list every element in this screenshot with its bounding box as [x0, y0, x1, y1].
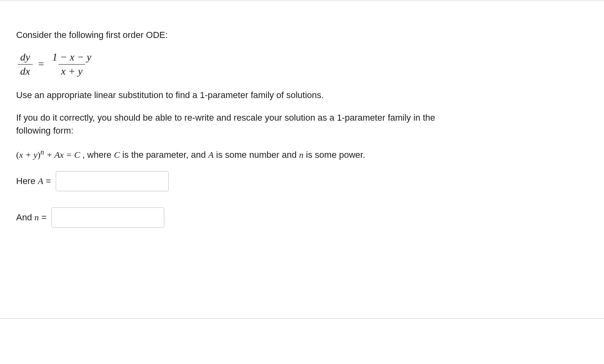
- answer-A-label: Here A =: [16, 176, 51, 186]
- sol-desc-after-C: is the parameter, and: [120, 150, 208, 160]
- sol-desc-after-A: is some number and: [214, 150, 299, 160]
- answer-n-input[interactable]: [51, 207, 164, 228]
- equals-sign: =: [38, 58, 44, 70]
- sol-var-C: C: [114, 150, 120, 160]
- ode-lhs-denominator: dx: [18, 64, 33, 77]
- sol-desc-end: is some power.: [304, 150, 365, 160]
- ode-lhs-fraction: dy dx: [18, 51, 33, 77]
- instruction-1: Use an appropriate linear substitution t…: [16, 89, 468, 102]
- answer-A-var: A: [38, 176, 43, 186]
- sol-var-n: n: [299, 150, 304, 160]
- answer-A-post: =: [43, 176, 51, 186]
- intro-text: Consider the following first order ODE:: [16, 29, 468, 42]
- answer-row-A: Here A =: [16, 171, 468, 191]
- ode-rhs-denominator: x + y: [59, 64, 85, 77]
- question-content: Consider the following first order ODE: …: [16, 29, 468, 228]
- answer-A-pre: Here: [16, 176, 38, 186]
- ode-lhs-numerator: dy: [18, 51, 33, 64]
- ode-rhs-numerator: 1 − x − y: [50, 51, 94, 64]
- instruction-2: If you do it correctly, you should be ab…: [16, 111, 468, 137]
- answer-A-input[interactable]: [56, 171, 169, 191]
- answer-n-pre: And: [16, 212, 34, 222]
- ode-rhs-fraction: 1 − x − y x + y: [50, 51, 94, 77]
- answer-n-label: And n =: [16, 212, 46, 223]
- sol-var-A: A: [208, 150, 214, 160]
- answer-row-n: And n =: [16, 207, 468, 228]
- sol-expr-prefix: (x + y)n + Ax = C: [16, 150, 82, 160]
- answer-n-post: =: [39, 212, 46, 222]
- solution-form: (x + y)n + Ax = C , where C is the param…: [16, 147, 468, 161]
- sol-power-n: n: [40, 148, 44, 156]
- sol-desc-before-C: , where: [82, 150, 114, 160]
- question-panel: Consider the following first order ODE: …: [0, 0, 604, 319]
- sol-expr-mid: + Ax = C: [44, 150, 80, 160]
- answer-n-var: n: [34, 212, 39, 222]
- ode-equation: dy dx = 1 − x − y x + y: [16, 51, 468, 77]
